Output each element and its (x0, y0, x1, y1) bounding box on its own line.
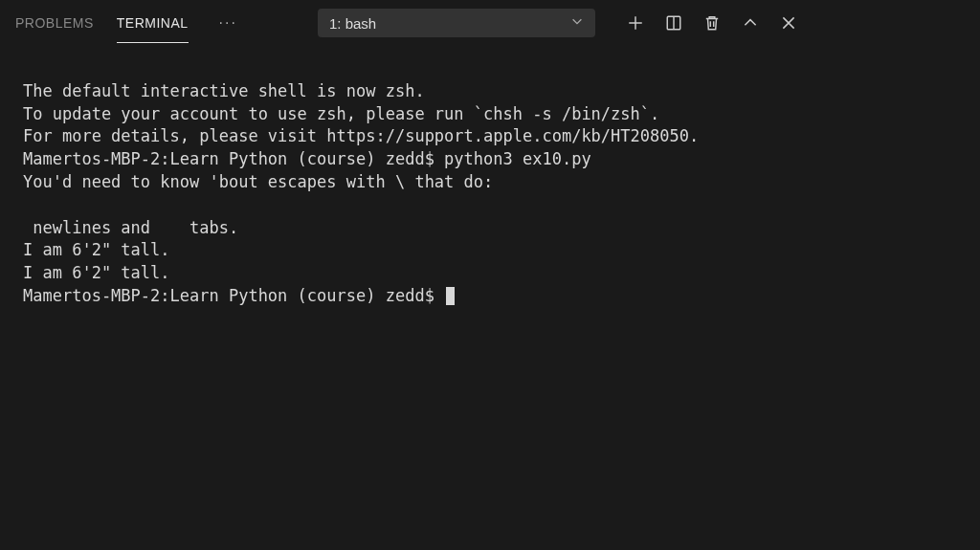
maximize-panel-button[interactable] (741, 13, 760, 33)
terminal-line: The default interactive shell is now zsh… (23, 81, 425, 100)
terminal-line: Mamertos-MBP-2:Learn Python (course) zed… (23, 149, 591, 168)
terminal-output[interactable]: The default interactive shell is now zsh… (0, 46, 980, 319)
chevron-down-icon (570, 14, 584, 32)
tabs-container: PROBLEMS TERMINAL ··· (15, 4, 245, 43)
terminal-prompt: Mamertos-MBP-2:Learn Python (course) zed… (23, 286, 444, 305)
terminal-line: newlines and tabs. (23, 218, 238, 237)
tab-problems[interactable]: PROBLEMS (15, 4, 94, 42)
tab-overflow-menu[interactable]: ··· (212, 14, 245, 32)
terminal-line: To update your account to use zsh, pleas… (23, 104, 659, 123)
kill-terminal-button[interactable] (702, 13, 722, 33)
dropdown-label: 1: bash (329, 15, 376, 32)
new-terminal-button[interactable] (626, 13, 645, 33)
terminal-line: You'd need to know 'bout escapes with \ … (23, 172, 493, 191)
tab-terminal[interactable]: TERMINAL (117, 4, 189, 43)
terminal-toolbar (626, 13, 798, 33)
terminal-cursor (446, 287, 455, 305)
panel-header: PROBLEMS TERMINAL ··· 1: bash (0, 0, 980, 46)
close-panel-button[interactable] (779, 13, 798, 33)
terminal-line: I am 6'2" tall. (23, 240, 170, 259)
terminal-line: I am 6'2" tall. (23, 263, 170, 282)
terminal-line: For more details, please visit https://s… (23, 126, 699, 145)
split-terminal-button[interactable] (664, 13, 683, 33)
terminal-selector-dropdown[interactable]: 1: bash (318, 9, 595, 37)
